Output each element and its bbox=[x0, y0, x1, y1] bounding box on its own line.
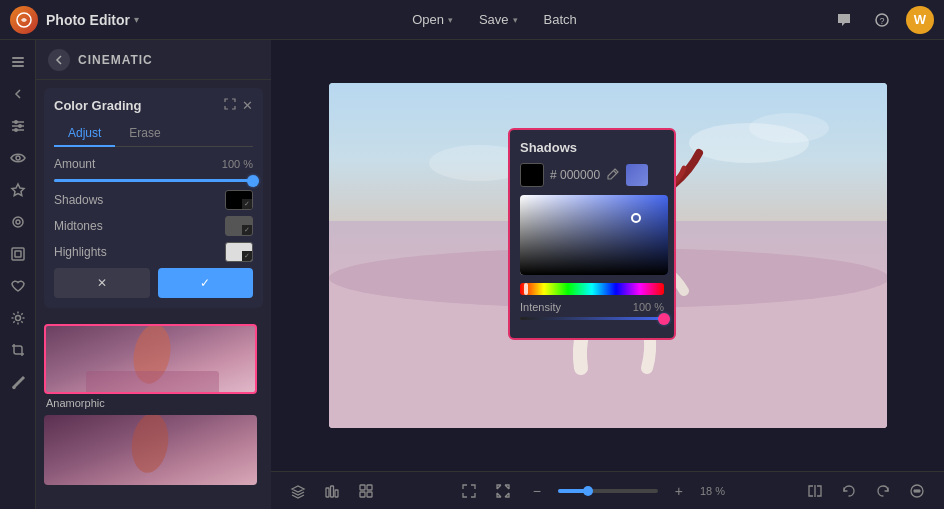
save-label: Save bbox=[479, 12, 509, 27]
crop-icon[interactable] bbox=[4, 336, 32, 364]
expand-icon[interactable] bbox=[224, 98, 236, 113]
midtones-swatch[interactable]: ✓ bbox=[225, 216, 253, 236]
panel-back-button[interactable] bbox=[48, 49, 70, 71]
compare-icon[interactable] bbox=[802, 478, 828, 504]
bottom-right-tools bbox=[802, 478, 930, 504]
popup-title: Shadows bbox=[520, 140, 664, 155]
intensity-value: 100 % bbox=[633, 301, 664, 313]
thumbnail-second-image bbox=[44, 415, 257, 485]
undo-icon[interactable] bbox=[836, 478, 862, 504]
back-nav-icon[interactable] bbox=[4, 80, 32, 108]
svg-point-14 bbox=[13, 217, 23, 227]
tab-erase[interactable]: Erase bbox=[115, 121, 174, 147]
swatch-check-icon: ✓ bbox=[242, 251, 252, 261]
cancel-button[interactable]: ✕ bbox=[54, 268, 150, 298]
app-title-arrow[interactable]: ▾ bbox=[134, 14, 139, 25]
more-icon[interactable] bbox=[904, 478, 930, 504]
confirm-button[interactable]: ✓ bbox=[158, 268, 254, 298]
favorites-icon[interactable] bbox=[4, 272, 32, 300]
highlights-swatch[interactable]: ✓ bbox=[225, 242, 253, 262]
open-menu[interactable]: Open ▾ bbox=[400, 7, 465, 32]
intensity-row: Intensity 100 % bbox=[520, 301, 664, 313]
popup-color-swatch[interactable] bbox=[520, 163, 544, 187]
highlights-row: Highlights ✓ bbox=[54, 242, 253, 262]
brush-icon[interactable] bbox=[4, 368, 32, 396]
shadows-swatch[interactable]: ✓ bbox=[225, 190, 253, 210]
svg-rect-33 bbox=[360, 485, 365, 490]
grid-icon[interactable] bbox=[353, 478, 379, 504]
thumbnail-second[interactable] bbox=[44, 415, 263, 485]
popup-color-row: # 000000 bbox=[520, 163, 664, 187]
highlights-label: Highlights bbox=[54, 245, 225, 259]
eyedropper-icon[interactable] bbox=[606, 167, 620, 184]
svg-rect-36 bbox=[367, 492, 372, 497]
color-preview-swatch[interactable] bbox=[626, 164, 648, 186]
cg-tabs: Adjust Erase bbox=[54, 121, 253, 147]
hue-strip[interactable] bbox=[520, 283, 664, 295]
topbar-nav: Open ▾ Save ▾ Batch bbox=[159, 7, 830, 32]
batch-label: Batch bbox=[544, 12, 577, 27]
popup-hex-value: # 000000 bbox=[550, 168, 600, 182]
fit-icon[interactable] bbox=[456, 478, 482, 504]
save-menu[interactable]: Save ▾ bbox=[467, 7, 530, 32]
svg-point-7 bbox=[14, 120, 18, 124]
intensity-slider-thumb[interactable] bbox=[658, 313, 670, 325]
histogram-icon[interactable] bbox=[319, 478, 345, 504]
picker-cursor[interactable] bbox=[631, 213, 641, 223]
effects-icon[interactable] bbox=[4, 208, 32, 236]
batch-button[interactable]: Batch bbox=[532, 7, 589, 32]
intensity-slider-fill bbox=[520, 317, 664, 320]
canvas-area: Shadows # 000000 bbox=[271, 40, 944, 509]
thumbnail-anamorphic-label: Anamorphic bbox=[44, 397, 263, 409]
swatch-check-icon: ✓ bbox=[242, 199, 252, 209]
frames-icon[interactable] bbox=[4, 240, 32, 268]
tab-adjust[interactable]: Adjust bbox=[54, 121, 115, 147]
intensity-slider[interactable] bbox=[520, 317, 664, 320]
chat-button[interactable] bbox=[830, 6, 858, 34]
layers-icon[interactable] bbox=[4, 48, 32, 76]
redo-icon[interactable] bbox=[870, 478, 896, 504]
zoom-slider[interactable] bbox=[558, 489, 658, 493]
adjust-icon[interactable] bbox=[4, 112, 32, 140]
cg-panel-actions: ✕ bbox=[224, 98, 253, 113]
layers-bottom-icon[interactable] bbox=[285, 478, 311, 504]
hue-cursor[interactable] bbox=[524, 283, 528, 295]
save-arrow: ▾ bbox=[513, 15, 518, 25]
svg-point-9 bbox=[18, 124, 22, 128]
cg-panel-header: Color Grading ✕ bbox=[54, 98, 253, 113]
thumbnail-anamorphic[interactable]: Anamorphic bbox=[44, 324, 263, 409]
amount-label: Amount bbox=[54, 157, 216, 171]
amount-row: Amount 100 % bbox=[54, 157, 253, 171]
eye-icon[interactable] bbox=[4, 144, 32, 172]
color-picker-gradient[interactable] bbox=[520, 195, 668, 275]
svg-point-21 bbox=[128, 415, 172, 475]
icon-sidebar bbox=[0, 40, 36, 509]
amount-slider-fill bbox=[54, 179, 253, 182]
zoom-out-icon[interactable]: − bbox=[524, 478, 550, 504]
user-avatar[interactable]: W bbox=[906, 6, 934, 34]
svg-point-41 bbox=[918, 490, 920, 492]
svg-rect-5 bbox=[12, 65, 24, 67]
svg-rect-35 bbox=[360, 492, 365, 497]
cg-title: Color Grading bbox=[54, 98, 141, 113]
svg-point-15 bbox=[16, 220, 20, 224]
settings-icon[interactable] bbox=[4, 304, 32, 332]
app-container: Photo Editor ▾ Open ▾ Save ▾ Batch bbox=[0, 0, 944, 509]
close-icon[interactable]: ✕ bbox=[242, 98, 253, 113]
svg-rect-17 bbox=[15, 251, 21, 257]
amount-slider-thumb[interactable] bbox=[247, 175, 259, 187]
amount-slider[interactable] bbox=[54, 179, 253, 182]
expand-icon[interactable] bbox=[490, 478, 516, 504]
svg-rect-30 bbox=[326, 488, 329, 497]
zoom-in-icon[interactable]: + bbox=[666, 478, 692, 504]
svg-rect-16 bbox=[12, 248, 24, 260]
zoom-slider-thumb[interactable] bbox=[583, 486, 593, 496]
svg-point-11 bbox=[14, 128, 18, 132]
help-button[interactable]: ? bbox=[868, 6, 896, 34]
app-title: Photo Editor bbox=[46, 12, 130, 28]
star-icon[interactable] bbox=[4, 176, 32, 204]
thumbnail-anamorphic-image bbox=[44, 324, 257, 394]
app-logo bbox=[10, 6, 38, 34]
svg-point-18 bbox=[15, 316, 20, 321]
main-area: CINEMATIC Color Grading ✕ bbox=[0, 40, 944, 509]
